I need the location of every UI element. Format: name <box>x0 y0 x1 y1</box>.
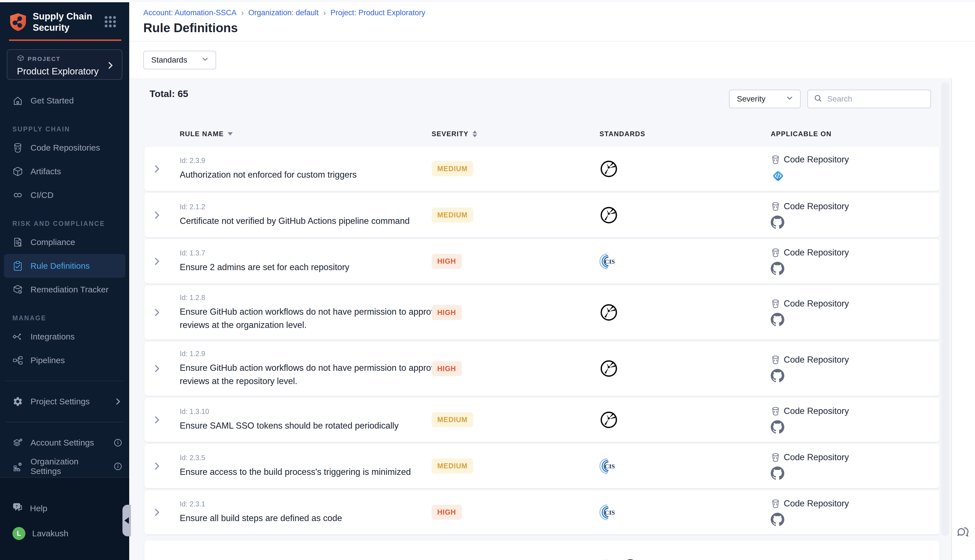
severity-badge: HIGH <box>432 505 462 520</box>
owasp-icon <box>599 206 618 225</box>
severity-cell: MEDIUM <box>424 412 593 427</box>
standards-cell: CIS <box>593 503 762 522</box>
sidebar-collapse-handle[interactable] <box>122 505 131 536</box>
sidebar-item-integrations[interactable]: Integrations <box>0 325 129 348</box>
search-box <box>807 90 931 108</box>
collapse-left-icon <box>124 517 129 524</box>
sidebar-footer: ? Help L Lavakush <box>0 477 129 560</box>
severity-badge: MEDIUM <box>432 208 473 222</box>
integrations-icon <box>12 331 23 342</box>
info-icon <box>114 462 122 471</box>
rule-rows: Id: 2.3.9Authorization not enforced for … <box>144 147 940 560</box>
sidebar-item-label: Compliance <box>30 237 75 247</box>
sidebar-item-rule-definitions[interactable]: Rule Definitions <box>4 254 125 278</box>
nav-divider <box>6 422 124 422</box>
column-header-severity[interactable]: SEVERITY <box>424 130 593 138</box>
rule-id: Id: 1.2.8 <box>180 293 424 302</box>
user-menu[interactable]: L Lavakush <box>0 527 129 540</box>
rule-name-cell: Id: 1.3.7Ensure 2 admins are set for eac… <box>169 241 424 282</box>
expand-row-button[interactable] <box>144 210 169 220</box>
rule-name-cell: Id: 2.3.9Authorization not enforced for … <box>169 148 424 189</box>
github-icon <box>771 313 784 326</box>
sidebar-item-organization-settings[interactable]: Organization Settings <box>0 455 129 478</box>
expand-row-button[interactable] <box>144 256 169 267</box>
expand-row-button[interactable] <box>144 363 169 373</box>
standards-cell <box>593 359 762 378</box>
apps-grid-icon[interactable] <box>104 16 116 28</box>
applicable-on-label: Code Repository <box>784 201 849 212</box>
severity-cell: HIGH <box>424 505 593 520</box>
sidebar-item-compliance[interactable]: Compliance <box>0 230 129 254</box>
repo-small-icon <box>771 155 780 164</box>
rule-name-cell: Id: 1.2.8Ensure GitHub action workflows … <box>169 286 424 340</box>
sort-updown-icon <box>472 130 477 137</box>
pipelines-icon <box>12 355 23 366</box>
table-row: Id: 1.2.9Ensure GitHub action workflows … <box>144 342 940 396</box>
sidebar-item-remediation-tracker[interactable]: Remediation Tracker <box>0 278 129 302</box>
rule-name: Certificate not verified by GitHub Actio… <box>180 214 462 228</box>
column-header-standards: STANDARDS <box>593 130 762 138</box>
sidebar-item-label: Artifacts <box>30 167 61 176</box>
svg-text:?: ? <box>15 505 18 508</box>
chevron-down-icon <box>201 55 209 65</box>
table-row: Id: 1.3.10Ensure SAML SSO tokens should … <box>144 398 940 442</box>
applicable-on-label: Code Repository <box>784 355 849 365</box>
clipboard-check-icon <box>12 260 23 271</box>
severity-cell: HIGH <box>424 254 593 269</box>
standards-cell <box>593 160 762 178</box>
breadcrumb-item[interactable]: Account: Automation-SSCA <box>143 8 236 17</box>
sidebar-item-label: Rule Definitions <box>30 261 90 271</box>
sidebar-item-account-settings[interactable]: Account Settings <box>0 431 129 455</box>
page-title: Rule Definitions <box>143 21 238 35</box>
cis-icon: CIS <box>599 457 618 475</box>
github-icon <box>771 467 784 480</box>
sidebar-item-label: Account Settings <box>30 438 94 447</box>
project-selector[interactable]: PROJECT Product Exploratory <box>7 49 122 80</box>
rule-name: Authorization not enforced for custom tr… <box>180 168 462 181</box>
scrollbar-thumb[interactable] <box>941 82 949 536</box>
sidebar-item-pipelines[interactable]: Pipelines <box>0 348 129 372</box>
code-repo-icon <box>12 142 23 153</box>
severity-cell: HIGH <box>424 361 593 376</box>
severity-badge: MEDIUM <box>432 458 473 473</box>
expand-row-button[interactable] <box>144 164 169 174</box>
breadcrumb-separator: › <box>323 8 326 17</box>
search-input[interactable] <box>827 95 925 103</box>
total-count: Total: 65 <box>150 88 188 99</box>
search-icon <box>814 94 823 104</box>
sidebar-item-artifacts[interactable]: Artifacts <box>0 160 129 183</box>
severity-cell: MEDIUM <box>424 458 593 473</box>
table-row: Id: 2.3.1Ensure all build steps are defi… <box>144 490 940 534</box>
expand-row-button[interactable] <box>144 507 169 517</box>
column-header-rule-name[interactable]: RULE NAME <box>169 130 424 138</box>
sidebar-item-code-repositories[interactable]: Code Repositories <box>0 136 129 160</box>
severity-filter-dropdown[interactable]: Severity <box>729 90 801 108</box>
chat-support-launcher-icon[interactable] <box>955 525 971 542</box>
expand-row-button[interactable] <box>144 461 169 471</box>
sidebar-item-ci-cd[interactable]: CI/CD <box>0 183 129 207</box>
severity-badge: HIGH <box>432 361 462 376</box>
rule-name: Ensure SAML SSO tokens should be rotated… <box>180 419 462 432</box>
expand-row-button[interactable] <box>144 307 169 318</box>
breadcrumb-item[interactable]: Project: Product Exploratory <box>331 8 425 17</box>
sidebar-item-get-started[interactable]: Get Started <box>0 89 129 113</box>
repo-small-icon <box>771 453 780 462</box>
expand-row-button[interactable] <box>144 415 169 425</box>
table-row: Id: 2.3.5Ensure access to the build proc… <box>144 444 940 488</box>
rule-id: Id: 2.3.5 <box>180 454 424 462</box>
help-button[interactable]: ? Help <box>0 502 129 515</box>
owasp-icon <box>599 410 618 429</box>
applicable-on-cell: Code Repository <box>762 498 940 526</box>
brand: Supply ChainSecurity <box>0 2 129 33</box>
applicable-on-label: Code Repository <box>784 155 849 165</box>
sidebar-item-project-settings[interactable]: Project Settings <box>0 390 129 413</box>
breadcrumb-item[interactable]: Organization: default <box>248 8 319 17</box>
severity-badge: MEDIUM <box>432 412 473 427</box>
applicable-on-label: Code Repository <box>784 406 849 416</box>
rule-name-cell: Id: 2.3.1Ensure all build steps are defi… <box>169 492 424 533</box>
standards-filter-dropdown[interactable]: Standards <box>143 51 216 69</box>
nav-divider <box>6 381 124 381</box>
severity-filter-label: Severity <box>737 95 765 103</box>
severity-badge: MEDIUM <box>432 161 473 176</box>
rule-id: Id: 1.3.10 <box>180 407 424 416</box>
